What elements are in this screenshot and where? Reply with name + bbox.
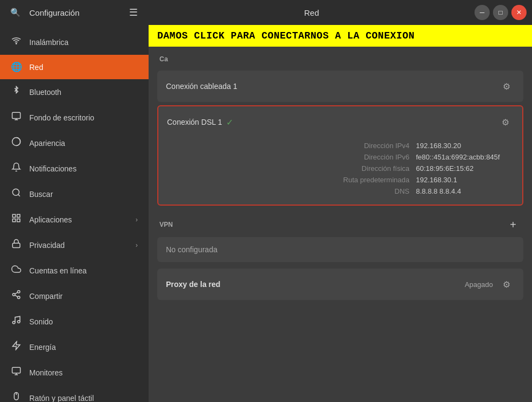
sidebar-item-label: Ratón y panel táctil (29, 394, 94, 403)
network-icon: 🌐 (11, 61, 22, 73)
hamburger-icon: ☰ (129, 7, 138, 18)
svg-line-6 (18, 194, 20, 196)
sidebar-item-network[interactable]: 🌐 Red (0, 55, 149, 79)
privacy-icon (11, 239, 22, 251)
vpn-card: No configurada (157, 237, 523, 262)
ipv4-value: 192.168.30.20 (416, 142, 514, 150)
svg-rect-11 (12, 243, 20, 247)
connected-checkmark: ✓ (226, 117, 233, 127)
svg-line-15 (15, 295, 17, 297)
dsl-connection-row: Conexión DSL 1 ✓ ⚙ (158, 106, 522, 138)
annotation-banner: DAMOS CLICK PARA CONECTARNOS A LA CONEXI… (149, 25, 532, 47)
proxy-status: Apagado (465, 280, 493, 289)
sidebar-item-label: Cuentas en línea (29, 266, 87, 275)
ipv6-label: Dirección IPv6 (323, 153, 409, 161)
detail-row-dns: DNS 8.8.8.8 8.8.4.4 (167, 186, 514, 197)
dsl-connection-name: Conexión DSL 1 ✓ (167, 117, 233, 127)
wired-settings-button[interactable]: ⚙ (498, 78, 515, 94)
chevron-right-icon: › (136, 216, 138, 224)
sidebar-item-label: Energía (29, 343, 56, 352)
titlebar: 🔍 Configuración ☰ Red ─ □ ✕ (0, 0, 532, 25)
minimize-button[interactable]: ─ (475, 5, 490, 20)
svg-point-18 (17, 321, 20, 323)
wired-connection-row: Conexión cableada 1 ⚙ (157, 71, 523, 102)
sidebar-item-energy[interactable]: Energía (0, 334, 149, 360)
proxy-card: Proxy de la red Apagado ⚙ (157, 269, 523, 300)
detail-row-ipv6: Dirección IPv6 fe80::451a:6992:acbb:845f (167, 151, 514, 163)
app-title: Configuración (29, 8, 80, 17)
proxy-section: Proxy de la red Apagado ⚙ (157, 269, 523, 300)
ipv6-value: fe80::451a:6992:acbb:845f (416, 153, 514, 161)
dsl-settings-button[interactable]: ⚙ (497, 114, 514, 130)
svg-rect-1 (12, 112, 21, 118)
section-header: Ca (149, 47, 532, 67)
svg-rect-9 (12, 219, 15, 222)
sidebar-item-bluetooth[interactable]: Bluetooth (0, 79, 149, 105)
search-icon: 🔍 (10, 8, 21, 17)
sidebar-item-sharing[interactable]: Compartir (0, 283, 149, 309)
monitors-icon (11, 366, 22, 379)
sidebar-item-label: Monitores (29, 368, 62, 377)
vpn-header: VPN + (157, 212, 523, 237)
sidebar-item-background[interactable]: Fondo de escritorio (0, 105, 149, 130)
ipv4-label: Dirección IPv4 (323, 142, 409, 150)
sidebar-item-notifications[interactable]: Notificaciones (0, 156, 149, 181)
sidebar-item-label: Fondo de escritorio (29, 113, 94, 122)
annotation-text: DAMOS CLICK PARA CONECTARNOS A LA CONEXI… (157, 30, 415, 41)
sidebar-item-appearance[interactable]: Apariencia (0, 130, 149, 156)
detail-row-mac: Dirección física 60:18:95:6E:15:62 (167, 163, 514, 174)
sidebar-item-label: Buscar (29, 190, 53, 199)
window-title: Red (149, 8, 475, 17)
apps-icon (11, 213, 22, 226)
sidebar-item-wireless[interactable]: Inalámbrica (0, 29, 149, 55)
proxy-label: Proxy de la red (166, 280, 220, 289)
sidebar-item-monitors[interactable]: Monitores (0, 360, 149, 385)
sidebar-item-search[interactable]: Buscar (0, 181, 149, 207)
sidebar-item-privacy[interactable]: Privacidad › (0, 232, 149, 258)
dsl-connection-card[interactable]: Conexión DSL 1 ✓ ⚙ Dirección IPv4 192.16… (157, 105, 523, 206)
background-icon (11, 111, 22, 124)
svg-rect-19 (12, 367, 21, 373)
sidebar-item-mouse[interactable]: Ratón y panel táctil (0, 385, 149, 402)
sidebar-item-label: Red (29, 63, 43, 72)
sidebar-item-label: Apariencia (29, 139, 65, 148)
sound-icon (11, 315, 22, 328)
window-controls: ─ □ ✕ (475, 5, 532, 20)
cloud-icon (11, 264, 22, 277)
sidebar-item-label: Notificaciones (29, 164, 76, 173)
detail-row-ipv4: Dirección IPv4 192.168.30.20 (167, 140, 514, 151)
proxy-settings-button[interactable]: ⚙ (498, 276, 515, 292)
sidebar-item-label: Bluetooth (29, 88, 61, 97)
menu-button[interactable]: ☰ (125, 4, 142, 21)
sidebar-item-sound[interactable]: Sonido (0, 309, 149, 334)
svg-rect-7 (12, 214, 15, 217)
gateway-value: 192.168.30.1 (416, 176, 514, 184)
wired-connection-name: Conexión cableada 1 (166, 82, 238, 91)
svg-rect-8 (17, 214, 20, 217)
svg-point-14 (17, 296, 20, 299)
close-button[interactable]: ✕ (511, 5, 527, 20)
main-layout: Inalámbrica 🌐 Red Bluetooth Fondo de esc… (0, 25, 532, 402)
search-button[interactable]: 🔍 (7, 4, 24, 21)
vpn-label: VPN (159, 221, 173, 228)
maximize-button[interactable]: □ (493, 5, 508, 20)
svg-point-12 (17, 291, 20, 293)
svg-point-17 (12, 321, 15, 324)
sharing-icon (11, 290, 22, 302)
wired-connection-card[interactable]: Conexión cableada 1 ⚙ (157, 71, 523, 102)
sidebar-item-label: Compartir (29, 292, 62, 301)
sidebar-item-online-accounts[interactable]: Cuentas en línea (0, 258, 149, 283)
mac-label: Dirección física (323, 164, 409, 173)
sidebar-item-label: Inalámbrica (29, 38, 68, 47)
vpn-add-button[interactable]: + (505, 216, 521, 233)
vpn-section: VPN + No configurada (157, 212, 523, 262)
svg-point-5 (12, 189, 19, 195)
sidebar-item-label: Privacidad (29, 241, 65, 250)
chevron-right-icon: › (136, 241, 138, 249)
svg-rect-10 (17, 219, 20, 222)
vpn-not-configured: No configurada (166, 245, 217, 254)
proxy-right: Apagado ⚙ (465, 276, 515, 292)
sidebar-item-apps[interactable]: Aplicaciones › (0, 207, 149, 232)
mouse-icon (11, 392, 22, 402)
dsl-connection-details: Dirección IPv4 192.168.30.20 Dirección I… (158, 138, 522, 205)
